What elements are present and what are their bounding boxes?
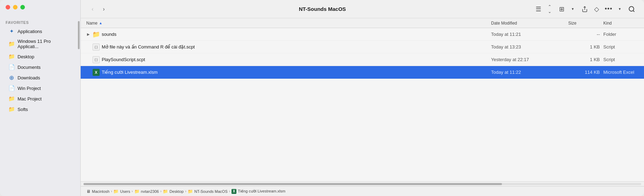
tag-button[interactable]: ◇ bbox=[591, 4, 602, 14]
breadcrumb-separator: › bbox=[111, 189, 112, 193]
breadcrumb-item-desktop[interactable]: 📁 Desktop bbox=[163, 189, 183, 194]
sidebar-item-label: Documents bbox=[18, 65, 41, 70]
date-modified: Yesterday at 22:17 bbox=[491, 57, 568, 62]
file-size: 114 KB bbox=[568, 70, 603, 75]
rocket-icon: ✦ bbox=[8, 28, 15, 34]
view-options-group: ☰ ⌃⌄ bbox=[533, 4, 555, 14]
chevron-right-icon: ▶ bbox=[86, 32, 90, 36]
more-dropdown[interactable]: ▾ bbox=[615, 4, 625, 14]
sidebar: Favorites ✦ Applications 📁 Windows 11 Pr… bbox=[0, 0, 81, 196]
breadcrumb-label: Macintosh bbox=[92, 189, 109, 194]
sidebar-scrollbar[interactable] bbox=[78, 21, 80, 49]
file-name: Tiếng cười Livestream.xlsm bbox=[102, 70, 157, 75]
grid-view-button[interactable]: ⊞ bbox=[556, 4, 567, 14]
toolbar: ‹ › NT-Sounds MacOS ☰ ⌃⌄ ⊞ ▾ ◇ • bbox=[81, 0, 644, 18]
breadcrumb-item-macintosh[interactable]: 🖥 Macintosh bbox=[86, 189, 109, 194]
file-kind: Folder bbox=[603, 32, 638, 37]
more-button[interactable]: ••• bbox=[603, 4, 614, 14]
breadcrumb-label: NT-Sounds MacOS bbox=[194, 189, 228, 194]
horizontal-scrollbar[interactable] bbox=[81, 181, 644, 186]
date-modified: Today at 13:23 bbox=[491, 44, 568, 50]
script-icon: { } bbox=[93, 44, 100, 51]
folder-icon: 📁 bbox=[8, 96, 15, 102]
document-icon: 📄 bbox=[8, 85, 15, 91]
breadcrumb: 🖥 Macintosh › 📁 Users › 📁 nvtan2306 › 📁 … bbox=[81, 186, 644, 196]
sidebar-item-win-project[interactable]: 📄 Win Project bbox=[3, 83, 78, 93]
toolbar-actions: ☰ ⌃⌄ ⊞ ▾ ◇ ••• ▾ bbox=[533, 4, 637, 14]
sidebar-item-label: Softs bbox=[18, 107, 28, 112]
folder-icon: 📁 bbox=[163, 189, 168, 194]
minimize-button[interactable] bbox=[13, 5, 18, 9]
breadcrumb-label: Users bbox=[120, 189, 130, 194]
close-button[interactable] bbox=[6, 5, 10, 9]
file-kind: Script bbox=[603, 57, 638, 62]
window-title: NT-Sounds MacOS bbox=[123, 6, 522, 12]
table-row[interactable]: X Tiếng cười Livestream.xlsm Today at 11… bbox=[81, 66, 644, 79]
folder-icon: 📁 bbox=[8, 53, 15, 60]
sidebar-item-applications[interactable]: ✦ Applications bbox=[3, 26, 78, 36]
file-size: -- bbox=[568, 32, 603, 37]
sidebar-item-label: Win Project bbox=[18, 86, 41, 91]
table-row[interactable]: { } PlaySoundScript.scpt Yesterday at 22… bbox=[81, 53, 644, 66]
share-button[interactable] bbox=[579, 4, 590, 14]
breadcrumb-item-xlsm[interactable]: X Tiếng cười Livestream.xlsm bbox=[232, 189, 286, 194]
date-modified: Today at 11:22 bbox=[491, 70, 568, 75]
search-button[interactable] bbox=[626, 4, 637, 14]
name-column-header[interactable]: Name ▲ bbox=[86, 21, 491, 26]
file-name: PlaySoundScript.scpt bbox=[102, 57, 145, 62]
sidebar-item-mac-project[interactable]: 📁 Mac Project bbox=[3, 94, 78, 104]
grid-view-dropdown[interactable]: ▾ bbox=[568, 4, 578, 14]
breadcrumb-separator: › bbox=[229, 189, 230, 193]
file-size: 1 KB bbox=[568, 57, 603, 62]
script-icon: { } bbox=[93, 56, 100, 63]
sidebar-section-favorites: Favorites bbox=[0, 18, 80, 26]
folder-icon: 📁 bbox=[188, 189, 193, 194]
file-size: 1 KB bbox=[568, 44, 603, 50]
sidebar-item-label: Mac Project bbox=[18, 96, 42, 102]
maximize-button[interactable] bbox=[20, 5, 25, 9]
file-kind: Microsoft Excel bbox=[603, 70, 638, 75]
sidebar-item-label: Downloads bbox=[18, 75, 40, 80]
folder-icon: 📁 bbox=[113, 189, 119, 194]
file-kind: Script bbox=[603, 44, 638, 50]
breadcrumb-label: Tiếng cười Livestream.xlsm bbox=[238, 189, 286, 194]
sidebar-item-downloads[interactable]: ⊕ Downloads bbox=[3, 73, 78, 83]
excel-icon: X bbox=[93, 69, 100, 76]
sort-button[interactable]: ⌃⌄ bbox=[544, 4, 555, 14]
list-view-button[interactable]: ☰ bbox=[533, 4, 544, 14]
date-column-header[interactable]: Date Modified bbox=[491, 21, 568, 26]
sidebar-item-softs[interactable]: 📁 Softs bbox=[3, 104, 78, 114]
breadcrumb-separator: › bbox=[132, 189, 133, 193]
table-row[interactable]: { } Mở file này và ấn Command R để cài đ… bbox=[81, 41, 644, 53]
table-row[interactable]: ▶ 📁 sounds Today at 11:21 -- Folder bbox=[81, 28, 644, 41]
sidebar-item-windows11[interactable]: 📁 Windows 11 Pro Applicati... bbox=[3, 37, 78, 51]
file-name-cell: ▶ 📁 sounds bbox=[86, 31, 491, 38]
sort-indicator: ▲ bbox=[99, 21, 102, 25]
breadcrumb-item-nvtan2306[interactable]: 📁 nvtan2306 bbox=[134, 189, 159, 194]
file-name: sounds bbox=[102, 32, 116, 37]
svg-line-2 bbox=[633, 10, 635, 12]
forward-button[interactable]: › bbox=[99, 4, 109, 14]
sidebar-item-documents[interactable]: 📄 Documents bbox=[3, 62, 78, 72]
file-list: ▶ 📁 sounds Today at 11:21 -- Folder { } … bbox=[81, 28, 644, 181]
nav-buttons: ‹ › bbox=[88, 4, 109, 14]
folder-icon: 📁 bbox=[134, 189, 140, 194]
breadcrumb-label: nvtan2306 bbox=[141, 189, 159, 194]
kind-column-header[interactable]: Kind bbox=[603, 21, 638, 26]
sidebar-item-label: Desktop bbox=[18, 54, 34, 59]
file-name-cell: X Tiếng cười Livestream.xlsm bbox=[86, 69, 491, 76]
excel-icon: X bbox=[232, 189, 236, 194]
grid-view-group: ⊞ ▾ bbox=[556, 4, 578, 14]
breadcrumb-item-users[interactable]: 📁 Users bbox=[113, 189, 130, 194]
sidebar-item-label: Windows 11 Pro Applicati... bbox=[18, 39, 72, 49]
scrollbar-track bbox=[83, 183, 641, 185]
size-column-header[interactable]: Size bbox=[568, 21, 603, 26]
folder-icon: 📁 bbox=[93, 31, 100, 38]
breadcrumb-item-nt-sounds[interactable]: 📁 NT-Sounds MacOS bbox=[188, 189, 228, 194]
document-icon: 📄 bbox=[8, 64, 15, 70]
scrollbar-thumb[interactable] bbox=[83, 183, 502, 185]
column-headers: Name ▲ Date Modified Size Kind bbox=[81, 18, 644, 28]
sidebar-item-desktop[interactable]: 📁 Desktop bbox=[3, 52, 78, 61]
hd-icon: 🖥 bbox=[86, 189, 90, 194]
back-button[interactable]: ‹ bbox=[88, 4, 98, 14]
